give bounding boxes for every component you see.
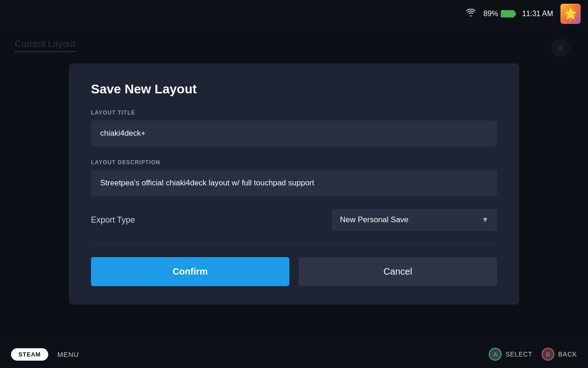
select-controller-btn: A SELECT <box>489 348 532 361</box>
save-layout-dialog: Save New Layout LAYOUT TITLE LAYOUT DESC… <box>69 63 519 305</box>
steam-button[interactable]: STEAM <box>11 348 48 361</box>
status-group: 89% 11:31 AM 🌟 <box>466 4 581 24</box>
back-controller-btn: B BACK <box>542 348 577 361</box>
back-action-label: BACK <box>558 351 577 358</box>
confirm-button[interactable]: Confirm <box>91 257 289 286</box>
cancel-button[interactable]: Cancel <box>299 257 497 286</box>
battery-icon <box>501 10 514 17</box>
export-type-select[interactable]: New Personal Save ▼ <box>332 209 497 231</box>
layout-description-input[interactable] <box>91 170 497 196</box>
bottom-bar: STEAM MENU A SELECT B BACK <box>0 340 588 368</box>
bottom-bar-right: A SELECT B BACK <box>489 348 577 361</box>
layout-description-label: LAYOUT DESCRIPTION <box>91 159 497 166</box>
dialog-buttons: Confirm Cancel <box>91 257 497 286</box>
menu-label: MENU <box>57 351 79 358</box>
battery-group: 89% <box>483 10 514 18</box>
export-type-value: New Personal Save <box>340 215 475 224</box>
export-type-row: Export Type New Personal Save ▼ <box>91 209 497 244</box>
layout-title-label: LAYOUT TITLE <box>91 109 497 116</box>
b-button-icon: B <box>542 348 554 361</box>
layout-title-input[interactable] <box>91 121 497 146</box>
avatar: 🌟 <box>560 4 581 24</box>
a-button-icon: A <box>489 348 502 361</box>
chevron-down-icon: ▼ <box>481 216 489 224</box>
battery-percent: 89% <box>483 10 498 18</box>
dialog-title: Save New Layout <box>91 82 497 97</box>
top-bar: 89% 11:31 AM 🌟 <box>0 0 588 28</box>
wifi-icon <box>466 9 476 19</box>
modal-overlay: Save New Layout LAYOUT TITLE LAYOUT DESC… <box>0 28 588 340</box>
time-display: 11:31 AM <box>522 10 553 18</box>
select-action-label: SELECT <box>505 351 532 358</box>
export-type-label: Export Type <box>91 215 135 225</box>
